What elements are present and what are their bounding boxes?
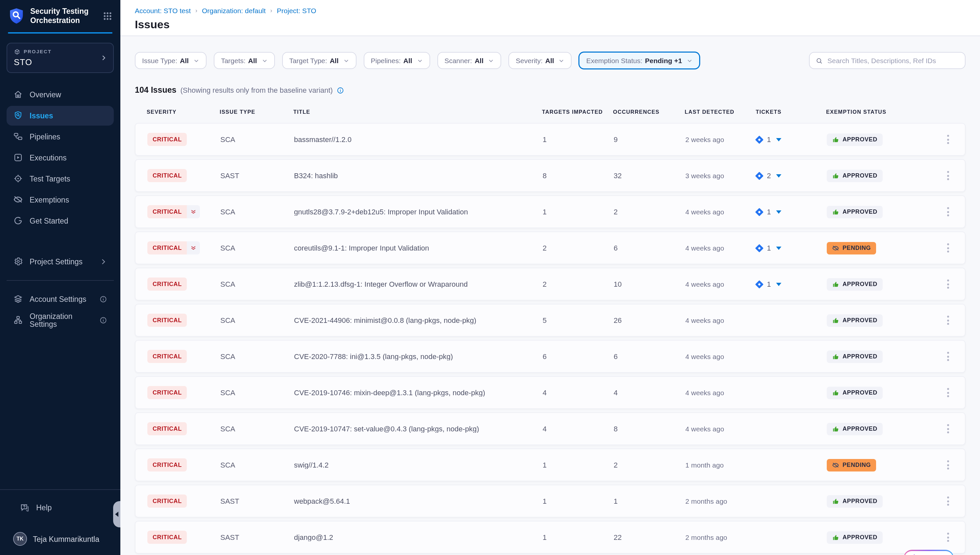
row-menu-button[interactable]	[945, 205, 952, 219]
ticket-dropdown-icon[interactable]	[776, 210, 781, 213]
filter-dropdown-target-type[interactable]: Target Type:All	[282, 52, 356, 69]
ticket-dropdown-icon[interactable]	[776, 174, 781, 177]
module-grid-icon[interactable]	[103, 11, 112, 21]
sidebar-item-issues[interactable]: Issues	[6, 106, 114, 125]
table-header-row: SEVERITYISSUE TYPETITLETARGETS IMPACTEDO…	[135, 109, 966, 115]
occurrences: 6	[614, 353, 685, 360]
row-menu-button[interactable]	[945, 313, 952, 327]
sidebar-item-exemptions[interactable]: Exemptions	[6, 190, 114, 210]
table-row[interactable]: CRITICAL SCA swig//1.4.2 1 2 1 month ago…	[135, 449, 966, 481]
chevron-right-icon	[100, 54, 107, 61]
table-row[interactable]: CRITICAL SAST B324: hashlib 8 32 3 weeks…	[135, 159, 966, 192]
targets-impacted: 1	[543, 533, 614, 541]
eye-off-icon	[832, 461, 839, 468]
targets-impacted: 1	[543, 135, 614, 143]
filter-bar: Issue Type:AllTargets:AllTarget Type:All…	[135, 52, 966, 69]
info-icon[interactable]	[99, 295, 107, 303]
ask-ai-button[interactable]: Ask AI	[903, 550, 954, 555]
table-row[interactable]: CRITICAL SCA CVE-2019-10746: mixin-deep@…	[135, 376, 966, 409]
collapse-arrow-icon	[115, 512, 119, 517]
filter-value: All	[180, 56, 189, 64]
severity-badge: CRITICAL	[148, 350, 187, 363]
row-menu-button[interactable]	[945, 277, 952, 291]
sidebar-item-account-settings[interactable]: Account Settings	[6, 289, 114, 309]
ticket-dropdown-icon[interactable]	[776, 138, 781, 141]
chevron-right-icon	[99, 258, 107, 266]
table-row[interactable]: CRITICAL SCA CVE-2021-44906: minimist@0.…	[135, 304, 966, 337]
row-menu-button[interactable]	[945, 385, 952, 400]
filter-value: Pending +1	[645, 56, 682, 64]
sidebar-item-label: Help	[36, 504, 51, 512]
breadcrumb-link[interactable]: Project: STO	[277, 6, 316, 14]
cube-icon	[14, 49, 20, 55]
row-menu-button[interactable]	[945, 494, 952, 508]
sidebar-item-project-settings[interactable]: Project Settings	[6, 252, 114, 271]
sidebar-item-get-started[interactable]: Get Started	[6, 211, 114, 231]
column-header: TITLE	[294, 109, 542, 115]
table-row[interactable]: CRITICAL SCA bassmaster//1.2.0 1 9 2 wee…	[135, 123, 966, 156]
sidebar-item-overview[interactable]: Overview	[6, 85, 114, 104]
occurrences: 6	[614, 244, 685, 252]
severity-badge: CRITICAL	[148, 241, 200, 255]
filter-value: All	[404, 56, 412, 64]
sidebar-item-label: Issues	[30, 112, 53, 120]
table-row[interactable]: CRITICAL SCA coreutils@9.1-1: Improper I…	[135, 231, 966, 264]
project-selector[interactable]: PROJECT STO	[6, 43, 114, 73]
exemption-status-label: APPROVED	[842, 425, 877, 432]
sidebar-item-label: Test Targets	[30, 175, 71, 183]
row-menu-button[interactable]	[945, 422, 952, 436]
ticket-dropdown-icon[interactable]	[776, 282, 781, 286]
table-row[interactable]: CRITICAL SAST django@1.2 1 22 2 months a…	[135, 521, 966, 554]
table-row[interactable]: CRITICAL SCA zlib@1:1.2.13.dfsg-1: Integ…	[135, 268, 966, 300]
severity-label: CRITICAL	[148, 386, 187, 399]
sidebar-header: Security Testing Orchestration	[0, 0, 120, 26]
filter-dropdown-pipelines[interactable]: Pipelines:All	[363, 52, 430, 69]
row-menu-button[interactable]	[945, 458, 952, 472]
user-menu[interactable]: TK Teja Kummarikuntla	[6, 532, 114, 546]
tickets-cell: 1	[756, 208, 827, 216]
row-menu-button[interactable]	[945, 168, 952, 183]
filter-dropdown-exemption-status[interactable]: Exemption Status:Pending +1	[579, 52, 700, 69]
row-menu-button[interactable]	[945, 132, 952, 147]
search-input[interactable]	[828, 56, 959, 64]
table-row[interactable]: CRITICAL SCA CVE-2020-7788: ini@1.3.5 (l…	[135, 340, 966, 373]
row-menu-button[interactable]	[945, 349, 952, 364]
row-menu-button[interactable]	[945, 530, 952, 544]
sidebar-item-organization-settings[interactable]: Organization Settings	[6, 310, 114, 330]
sidebar-item-pipelines[interactable]: Pipelines	[6, 127, 114, 147]
exemption-status-label: PENDING	[842, 245, 871, 251]
filter-dropdown-scanner[interactable]: Scanner:All	[437, 52, 501, 69]
issue-title: bassmaster//1.2.0	[294, 135, 543, 143]
info-icon[interactable]	[99, 316, 107, 324]
targets-impacted: 1	[543, 461, 614, 469]
sidebar-item-help[interactable]: Help	[13, 498, 107, 518]
app-title: Security Testing Orchestration	[30, 6, 97, 26]
row-menu-button[interactable]	[945, 241, 952, 255]
filter-dropdown-targets[interactable]: Targets:All	[214, 52, 275, 69]
filter-dropdown-severity[interactable]: Severity:All	[508, 52, 572, 69]
ticket-count: 2	[767, 172, 771, 180]
sidebar-collapse-handle[interactable]	[113, 501, 120, 528]
info-icon[interactable]	[337, 87, 344, 94]
table-row[interactable]: CRITICAL SCA gnutls28@3.7.9-2+deb12u5: I…	[135, 195, 966, 228]
ticket-dropdown-icon[interactable]	[776, 246, 781, 250]
issue-type: SCA	[220, 316, 294, 324]
exemption-status-badge: APPROVED	[827, 387, 883, 399]
breadcrumb-link[interactable]: Organization: default	[202, 6, 266, 14]
table-row[interactable]: CRITICAL SAST webpack@5.64.1 1 1 2 month…	[135, 484, 966, 518]
table-row[interactable]: CRITICAL SCA CVE-2019-10747: set-value@0…	[135, 412, 966, 445]
breadcrumb-link[interactable]: Account: STO test	[135, 6, 191, 14]
chevron-down-icon	[559, 58, 565, 63]
sidebar-item-executions[interactable]: Executions	[6, 148, 114, 168]
home-icon	[13, 90, 23, 99]
targets-impacted: 4	[543, 389, 614, 396]
filter-dropdown-issue-type[interactable]: Issue Type:All	[135, 52, 207, 69]
sidebar-item-label: Exemptions	[30, 196, 69, 204]
sidebar-item-test-targets[interactable]: Test Targets	[6, 169, 114, 189]
filter-value: All	[545, 56, 554, 64]
search-box[interactable]	[809, 52, 966, 69]
severity-badge: CRITICAL	[148, 458, 187, 472]
breadcrumb-separator-icon: ›	[270, 7, 272, 14]
issue-title: swig//1.4.2	[294, 461, 543, 469]
project-label: PROJECT	[24, 49, 51, 55]
